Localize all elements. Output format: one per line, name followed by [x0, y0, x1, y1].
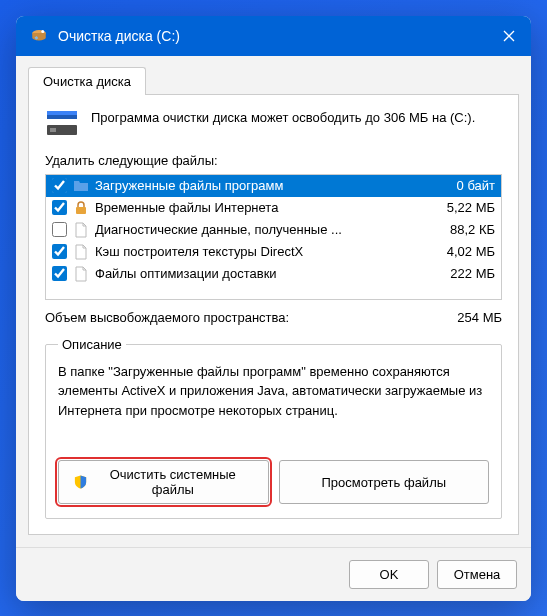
file-size: 222 МБ: [450, 266, 495, 281]
titlebar: Очистка диска (C:): [16, 16, 531, 56]
file-checkbox[interactable]: [52, 200, 67, 215]
ok-button[interactable]: OK: [349, 560, 429, 589]
tab-disk-cleanup[interactable]: Очистка диска: [28, 67, 146, 95]
lock-icon: [73, 200, 89, 216]
shield-icon: [73, 474, 88, 490]
tabs: Очистка диска: [28, 66, 519, 94]
close-icon: [503, 30, 515, 42]
file-list[interactable]: Загруженные файлы программ0 байтВременны…: [45, 174, 502, 300]
summary-value: 254 МБ: [457, 310, 502, 325]
drive-icon: [45, 109, 79, 139]
clean-system-files-button[interactable]: Очистить системные файлы: [58, 460, 269, 504]
file-icon: [73, 222, 89, 238]
summary-label: Объем высвобождаемого пространства:: [45, 310, 289, 325]
description-group: Описание В папке "Загруженные файлы прог…: [45, 337, 502, 520]
action-row: Очистить системные файлы Просмотреть фай…: [58, 460, 489, 504]
folder-icon: [73, 178, 89, 194]
files-label: Удалить следующие файлы:: [45, 153, 502, 168]
svg-rect-6: [76, 207, 86, 214]
file-icon: [73, 244, 89, 260]
svg-rect-3: [47, 115, 77, 119]
summary-row: Объем высвобождаемого пространства: 254 …: [45, 310, 502, 325]
svg-rect-5: [50, 128, 56, 132]
file-checkbox[interactable]: [52, 178, 67, 193]
clean-system-files-label: Очистить системные файлы: [92, 467, 253, 497]
description-legend: Описание: [58, 337, 126, 352]
file-icon: [73, 266, 89, 282]
description-text: В папке "Загруженные файлы программ" вре…: [58, 362, 489, 421]
view-files-button[interactable]: Просмотреть файлы: [279, 460, 490, 504]
file-size: 0 байт: [457, 178, 495, 193]
file-size: 4,02 МБ: [447, 244, 495, 259]
cancel-button[interactable]: Отмена: [437, 560, 517, 589]
list-item[interactable]: Файлы оптимизации доставки222 МБ: [46, 263, 501, 285]
svg-rect-2: [47, 111, 77, 115]
disk-cleanup-icon: [30, 27, 48, 45]
view-files-label: Просмотреть файлы: [321, 475, 446, 490]
file-name: Файлы оптимизации доставки: [95, 266, 436, 281]
svg-point-1: [41, 30, 44, 33]
file-size: 88,2 КБ: [450, 222, 495, 237]
list-item[interactable]: Кэш построителя текстуры DirectX4,02 МБ: [46, 241, 501, 263]
dialog-window: Очистка диска (C:) Очистка диска Програм…: [16, 16, 531, 601]
file-name: Загруженные файлы программ: [95, 178, 443, 193]
tab-panel: Программа очистки диска может освободить…: [28, 94, 519, 535]
ok-label: OK: [380, 567, 399, 582]
cancel-label: Отмена: [454, 567, 501, 582]
file-checkbox[interactable]: [52, 266, 67, 281]
list-item[interactable]: Временные файлы Интернета5,22 МБ: [46, 197, 501, 219]
window-title: Очистка диска (C:): [58, 28, 487, 44]
file-checkbox[interactable]: [52, 244, 67, 259]
list-item[interactable]: Диагностические данные, полученные ...88…: [46, 219, 501, 241]
file-name: Кэш построителя текстуры DirectX: [95, 244, 433, 259]
close-button[interactable]: [487, 16, 531, 56]
info-row: Программа очистки диска может освободить…: [45, 109, 502, 139]
footer: OK Отмена: [16, 547, 531, 601]
content-area: Очистка диска Программа очистки диска мо…: [16, 56, 531, 547]
file-name: Временные файлы Интернета: [95, 200, 433, 215]
file-name: Диагностические данные, полученные ...: [95, 222, 436, 237]
file-size: 5,22 МБ: [447, 200, 495, 215]
file-checkbox[interactable]: [52, 222, 67, 237]
list-item[interactable]: Загруженные файлы программ0 байт: [46, 175, 501, 197]
info-text: Программа очистки диска может освободить…: [91, 109, 475, 127]
